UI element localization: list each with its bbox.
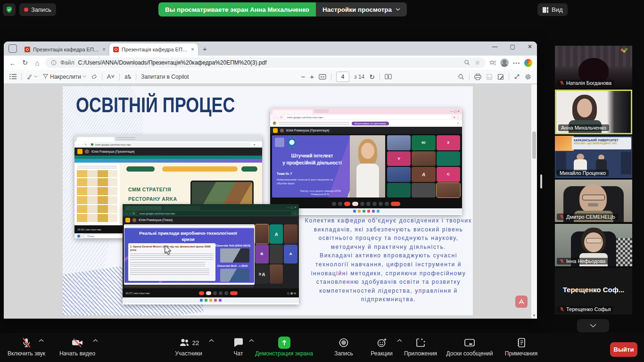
expand-icon[interactable] xyxy=(514,74,520,80)
apps-button[interactable]: Приложения xyxy=(400,337,441,357)
acrobat-button[interactable] xyxy=(515,296,528,308)
minimize-button[interactable]: — xyxy=(492,43,498,50)
presenter-name: Юлія Романуша (Презентація) xyxy=(91,150,134,153)
default-browser-button: Использовать по умолчанию xyxy=(352,122,389,125)
mic-options-chevron[interactable] xyxy=(39,336,44,344)
mini-slide-topic: Тема № 7 xyxy=(277,172,292,175)
draw-button[interactable]: Накреслити xyxy=(42,74,86,80)
muted-mic-icon xyxy=(560,81,564,85)
file-icon: i xyxy=(51,60,57,66)
browser-menu-icon[interactable]: ⋯ xyxy=(512,58,520,67)
participant-video-active-speaker[interactable]: Анна Михальченко xyxy=(555,90,632,134)
participants-options-chevron[interactable] xyxy=(209,336,214,344)
whiteboard-icon xyxy=(463,337,476,348)
participant-name: Анна Михальченко xyxy=(561,125,606,131)
browser-tab-active[interactable]: Презентація кафедра ЕПМ (3).p × xyxy=(109,43,198,56)
security-button[interactable] xyxy=(3,3,16,16)
view-settings-button[interactable]: Настройки просмотра xyxy=(316,2,407,16)
grid-view-icon xyxy=(542,7,549,13)
mini-slide-lecturer: Лектор: к.е.н доцент кафедри ЕПМ xyxy=(291,189,350,193)
pdf-content-area: ОСВІТНІЙ ПРОЦЕС ← → ↻ meet.google.com/rw… xyxy=(4,84,537,319)
ask-copilot-button[interactable]: Запитати в Copilot xyxy=(141,74,189,80)
participant-video[interactable]: Наталія Богданова xyxy=(555,46,632,88)
fit-width-icon[interactable] xyxy=(319,74,326,80)
meet-screenshot-topright: — ▢ ✕ ← → ↻ meet.google.com/rws-nryo-nae… xyxy=(270,108,462,215)
tab-close-icon[interactable]: × xyxy=(102,46,106,53)
search-icon[interactable] xyxy=(458,74,464,80)
refresh-icon[interactable]: ↻ xyxy=(21,58,29,67)
save-icon[interactable] xyxy=(486,74,493,80)
notes-button[interactable]: Примечания xyxy=(499,337,544,357)
participants-strip: Наталія Богданова Анна Михальченко КАРАЗ… xyxy=(555,46,632,316)
toc-icon[interactable] xyxy=(9,74,17,80)
pdf-file-icon xyxy=(113,47,119,52)
leave-button[interactable]: Выйти xyxy=(610,342,637,357)
translate-button[interactable]: аѣ xyxy=(124,74,131,80)
mini-slide-title1: Штучний інтелект xyxy=(277,152,347,159)
tab-actions-icon[interactable] xyxy=(8,44,17,53)
profile-avatar[interactable] xyxy=(500,58,509,67)
share-screen-button[interactable]: Демонстрация экрана xyxy=(255,337,314,357)
rotate-button[interactable]: ↻ xyxy=(369,73,375,81)
eraser-button[interactable] xyxy=(91,74,97,80)
url-field[interactable]: i Файл C:/Users/ANNA/Downloads/Презентац… xyxy=(45,58,486,68)
settings-gear-icon[interactable] xyxy=(525,74,531,80)
participant-name: Інна Нефьодова xyxy=(566,258,605,264)
favorite-star-icon[interactable]: ☆ xyxy=(475,59,480,66)
meet-participant-tile xyxy=(255,224,269,244)
zoom-page-icon[interactable] xyxy=(464,59,470,66)
meet-grid-bottom: ДВАЗ Д xyxy=(255,224,297,284)
participants-button[interactable]: 22 Участники xyxy=(167,337,210,357)
recording-indicator[interactable]: Запись xyxy=(19,3,56,16)
university-banner-line1: КАРАЗІНСЬКИЙ УНІВЕРСИТЕТ xyxy=(574,139,629,142)
camera-off-icon xyxy=(71,337,83,348)
home-icon[interactable]: ⌂ xyxy=(33,59,41,67)
close-button[interactable]: ✕ xyxy=(528,43,532,50)
reactions-button[interactable]: Реакции xyxy=(364,337,399,357)
participant-video[interactable]: Інна Нефьодова xyxy=(555,224,632,266)
pdf-scrollbar[interactable]: ▼ xyxy=(531,84,537,319)
maximize-button[interactable]: ▢ xyxy=(510,43,515,50)
meet-participant-tile xyxy=(387,167,411,182)
page-number-input[interactable]: 4 xyxy=(336,72,349,82)
save-as-icon[interactable] xyxy=(497,74,504,80)
chat-button[interactable]: Чат xyxy=(225,337,251,357)
presentation-slide: ОСВІТНІЙ ПРОЦЕС ← → ↻ meet.google.com/rw… xyxy=(63,86,473,315)
read-aloud-button[interactable]: A˅ xyxy=(107,73,115,80)
zoom-toolbar: Включить звук Начать видео 22 Участники … xyxy=(0,333,644,362)
view-button[interactable]: Вид xyxy=(537,3,568,16)
scrollbar-thumb[interactable] xyxy=(532,132,536,159)
participant-video[interactable]: Терещенко Соф... Терещенко Софья xyxy=(555,268,632,314)
favorites-bar-icon[interactable] xyxy=(489,59,496,66)
participant-placeholder-name: Терещенко Соф... xyxy=(555,286,632,294)
tab-close-icon[interactable]: × xyxy=(191,46,194,53)
participants-scroll-down-button[interactable] xyxy=(577,319,609,332)
slide-paragraph-2: Викладачі активно впроваджують сучасні т… xyxy=(304,251,473,304)
record-icon xyxy=(338,337,349,348)
copilot-icon[interactable] xyxy=(524,59,532,67)
zoom-out-button[interactable]: − xyxy=(301,73,305,81)
participant-video[interactable]: Дмитро СЕМЕНЕЦЬ xyxy=(555,180,632,222)
meet-participant-tile xyxy=(437,183,460,198)
zoom-in-button[interactable]: + xyxy=(310,73,314,81)
chevron-down-icon xyxy=(83,75,86,78)
meet-participant-tile: В xyxy=(255,245,269,264)
print-icon[interactable] xyxy=(474,74,481,80)
apps-icon xyxy=(415,337,426,348)
participant-video[interactable]: КАРАЗІНСЬКИЙ УНІВЕРСИТЕТ КЛАСИКА, ЩО ВИП… xyxy=(555,136,632,178)
highlighter-button[interactable] xyxy=(26,74,38,80)
browser-tab-inactive[interactable]: Презентація кафедра ЕПМ (3).p × xyxy=(21,43,109,56)
panel-resize-handle[interactable] xyxy=(540,174,542,189)
chat-options-chevron[interactable] xyxy=(249,336,254,344)
new-tab-button[interactable]: + xyxy=(203,45,207,53)
participant-name: Дмитро СЕМЕНЕЦЬ xyxy=(566,214,615,220)
mini-url: meet.google.com/rws-nryo-nae xyxy=(284,115,451,119)
whiteboards-button[interactable]: Доски сообщений xyxy=(441,337,498,357)
video-options-chevron[interactable] xyxy=(93,336,98,344)
scroll-down-arrow[interactable]: ▼ xyxy=(532,313,536,318)
zoom-meeting-screen: Запись Вы просматриваете экран Анна Миха… xyxy=(0,0,644,362)
page-view-icon[interactable] xyxy=(385,74,392,80)
back-icon[interactable]: ← xyxy=(8,59,17,67)
record-button[interactable]: Запись xyxy=(328,337,360,357)
mini-section-heading: 1. Криза General Motors (GM) під час фін… xyxy=(130,245,214,252)
